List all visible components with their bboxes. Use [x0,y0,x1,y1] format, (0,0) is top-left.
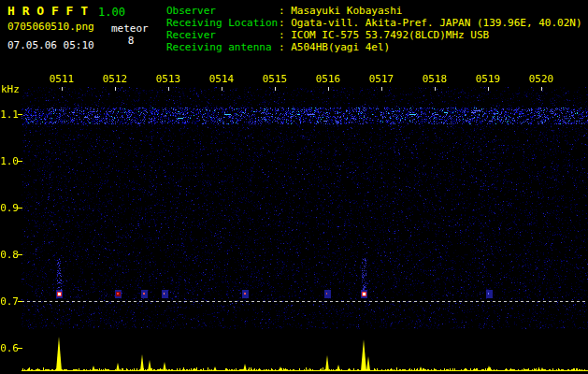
y-tick-label: 0.9 [0,203,19,213]
x-tick-label: 0512 [102,74,128,84]
x-tick-label: 0514 [208,74,235,84]
meteor-count: 8 [111,36,151,46]
info-label-antenna: Receiving antenna [166,42,272,52]
x-tick-label: 0520 [528,74,554,84]
spectrogram-canvas [0,65,588,374]
x-tick-label: 0511 [49,74,75,84]
x-tick-label: 0517 [368,74,394,84]
info-label-observer: Observer [166,6,216,16]
info-value-location: : Ogata-vill. Akita-Pref. JAPAN (139.96E… [279,18,582,28]
x-tick-label: 0516 [315,74,341,84]
info-value-observer: : Masayuki Kobayashi [279,6,402,16]
info-value-receiver: : ICOM IC-575 53.7492(8LCD)MHz USB [279,30,489,40]
hrofft-screen: H R O F F T 1.00 0705060510.png meteor 8… [0,0,588,374]
output-filename: 0705060510.png [7,22,94,32]
y-tick-label: 0.8 [0,250,19,260]
y-tick-label: 0.7 [0,296,19,307]
x-tick-label: 0518 [422,74,448,84]
x-tick-label: 0515 [262,74,288,84]
y-tick-label: 1.0 [0,156,19,166]
y-axis-unit: kHz [1,84,20,94]
y-tick-label: 0.6 [0,343,19,353]
y-tick-label: 1.1 [0,109,19,120]
x-tick-label: 0513 [155,74,181,84]
datetime-label: 07.05.06 05:10 [7,40,94,50]
mode-label: meteor [111,23,149,34]
info-label-location: Receiving Location [166,18,278,28]
app-title: H R O F F T [7,5,88,17]
app-version: 1.00 [98,7,125,18]
info-label-receiver: Receiver [166,30,216,40]
info-value-antenna: : A504HB(yagi 4el) [279,42,390,52]
x-tick-label: 0519 [475,74,501,84]
spectrogram-plot: kHz 051105120513051405150516051705180519… [0,65,588,374]
